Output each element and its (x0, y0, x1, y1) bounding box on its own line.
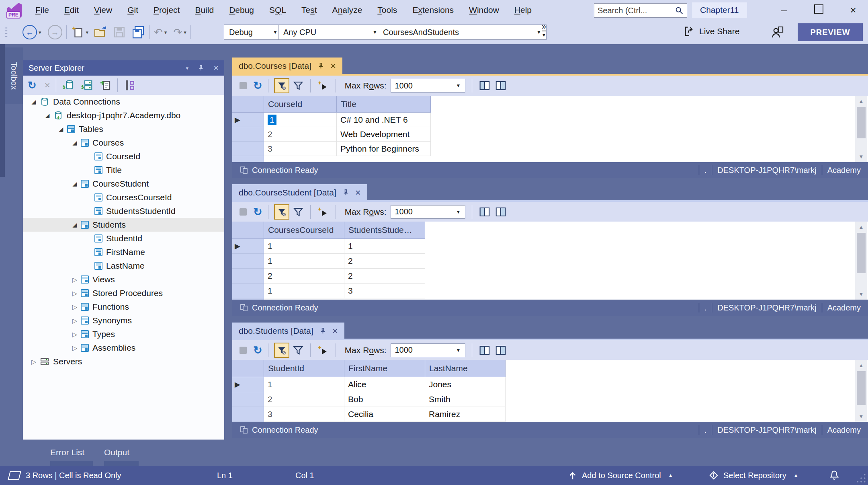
expander-collapsed-icon[interactable]: ▷ (69, 276, 81, 284)
expander-expanded-icon[interactable]: ◢ (55, 126, 67, 132)
expander-expanded-icon[interactable]: ◢ (69, 181, 81, 187)
save-icon[interactable] (113, 25, 126, 39)
menu-item-help[interactable]: Help (514, 5, 532, 15)
pin-icon[interactable] (317, 62, 325, 70)
expander-expanded-icon[interactable]: ◢ (28, 99, 40, 105)
expander-collapsed-icon[interactable]: ▷ (69, 290, 81, 297)
tree-item-courses[interactable]: ◢ Courses (23, 136, 224, 150)
menu-item-file[interactable]: File (35, 5, 49, 15)
row-header[interactable] (232, 156, 264, 162)
search-input[interactable]: Search (Ctrl... (594, 3, 687, 18)
column-header-firstname[interactable]: FirstName (344, 360, 425, 377)
menu-item-sql[interactable]: SQL (269, 5, 286, 15)
menu-item-project[interactable]: Project (154, 5, 180, 15)
row-header[interactable] (232, 269, 264, 284)
cell-title[interactable]: Web Development (337, 127, 431, 142)
remove-filter-button[interactable] (274, 204, 289, 220)
row-header[interactable]: ▶ (232, 239, 264, 254)
minimize-button[interactable]: – (778, 4, 790, 16)
expander-collapsed-icon[interactable]: ▷ (69, 317, 81, 325)
tab-dbo-students-data[interactable]: dbo.Students [Data] × (232, 323, 344, 339)
expander-collapsed-icon[interactable]: ▷ (69, 303, 81, 311)
cell-lastname[interactable]: Jones (425, 377, 506, 392)
configuration-combobox[interactable]: Debug ▼ (224, 25, 283, 40)
hierarchy-view-icon[interactable] (123, 79, 136, 92)
toolbar-overflow-button[interactable]: » ▼ (542, 23, 546, 39)
redo-dropdown-icon[interactable]: ▾ (184, 29, 186, 35)
column-header-title[interactable]: Title (337, 96, 431, 113)
maximize-button[interactable] (813, 4, 825, 16)
row-header[interactable]: ▶ (232, 113, 264, 127)
cell-courseid[interactable]: 2 (264, 127, 337, 142)
pin-icon[interactable] (319, 327, 327, 335)
live-share-button[interactable]: Live Share (683, 25, 739, 37)
row-header[interactable] (232, 254, 264, 269)
vertical-scrollbar[interactable]: ▲ ▼ (855, 222, 867, 300)
script-icon[interactable] (317, 206, 329, 218)
max-rows-combobox[interactable]: 1000 ▼ (391, 343, 465, 357)
row-header-corner[interactable] (232, 360, 264, 377)
scroll-down-icon[interactable]: ▼ (855, 291, 867, 297)
row-header-corner[interactable] (232, 222, 264, 239)
expander-collapsed-icon[interactable]: ▷ (69, 331, 81, 338)
scroll-up-icon[interactable]: ▲ (855, 224, 867, 230)
platform-combobox[interactable]: Any CPU ▼ (278, 25, 383, 40)
cell-lastname[interactable]: Ramirez (425, 407, 506, 422)
close-tab-icon[interactable]: × (355, 189, 361, 197)
scroll-up-icon[interactable]: ▲ (855, 362, 867, 368)
cell-studentid[interactable]: 3 (264, 407, 344, 422)
back-dropdown-icon[interactable]: ▾ (39, 29, 41, 35)
cell-firstname[interactable]: Cecilia (344, 407, 425, 422)
menu-item-extensions[interactable]: Extensions (412, 5, 454, 15)
cell-title[interactable]: C# 10 and .NET 6 (337, 113, 431, 127)
vertical-scrollbar[interactable]: ▲ ▼ (855, 360, 867, 422)
tree-item-views[interactable]: ▷ Views (23, 273, 224, 286)
tree-item-lastname[interactable]: LastName (23, 259, 224, 273)
tree-item-database-connection[interactable]: ◢ desktop-j1pqhr7.Academy.dbo (23, 109, 224, 122)
row-header[interactable] (232, 284, 264, 298)
column-header-lastname[interactable]: LastName (425, 360, 506, 377)
close-panel-icon[interactable]: × (213, 63, 219, 73)
tree-item-courseid[interactable]: CourseId (23, 150, 224, 163)
row-header[interactable] (232, 127, 264, 142)
navigate-back-button[interactable]: ← (23, 25, 37, 39)
tree-item-stored-procedures[interactable]: ▷ Stored Procedures (23, 286, 224, 300)
show-script-pane-icon[interactable] (479, 344, 491, 356)
pin-icon[interactable] (197, 64, 205, 72)
scroll-up-icon[interactable]: ▲ (855, 98, 867, 104)
show-script-pane-icon[interactable] (479, 80, 491, 92)
row-header[interactable]: ▶ (232, 377, 264, 392)
menu-item-debug[interactable]: Debug (229, 5, 254, 15)
close-tab-icon[interactable]: × (330, 62, 336, 70)
cell-coursescourseid[interactable]: 1 (264, 239, 344, 254)
tab-dbo-coursestudent-data[interactable]: dbo.CourseStudent [Data] × (232, 184, 367, 201)
resize-grip[interactable] (856, 473, 866, 483)
tree-item-coursescourseid[interactable]: CoursesCourseId (23, 191, 224, 204)
show-grid-pane-icon[interactable] (495, 344, 507, 356)
expander-expanded-icon[interactable]: ◢ (69, 222, 81, 228)
tree-item-servers[interactable]: ▷ Servers (23, 355, 224, 368)
script-icon[interactable] (317, 344, 329, 356)
add-item-icon[interactable] (99, 79, 112, 92)
tab-output[interactable]: Output (104, 448, 129, 457)
column-header-coursescourseid[interactable]: CoursesCourseId (264, 222, 344, 239)
menu-item-analyze[interactable]: Analyze (332, 5, 362, 15)
cell-coursescourseid[interactable]: 2 (264, 269, 344, 284)
expander-collapsed-icon[interactable]: ▷ (28, 358, 40, 366)
tree-item-coursestudent[interactable]: ◢ CourseStudent (23, 177, 224, 191)
cell-firstname[interactable]: Bob (344, 392, 425, 407)
stop-query-icon[interactable] (240, 347, 247, 354)
scrollbar-thumb[interactable] (857, 371, 866, 405)
menu-item-test[interactable]: Test (301, 5, 317, 15)
menu-item-window[interactable]: Window (469, 5, 499, 15)
toolbox-tab[interactable]: Toolbox (5, 47, 23, 104)
menu-item-edit[interactable]: Edit (64, 5, 79, 15)
filter-icon[interactable] (293, 345, 304, 356)
tree-item-studentsstudentid[interactable]: StudentsStudentId (23, 204, 224, 218)
toolbar-grip[interactable] (5, 27, 8, 39)
cell-title[interactable]: Python for Beginners (337, 142, 431, 156)
scrollbar-thumb[interactable] (857, 233, 866, 273)
scroll-down-icon[interactable]: ▼ (855, 154, 867, 160)
cell-studentid[interactable]: 2 (264, 392, 344, 407)
open-folder-icon[interactable] (93, 25, 108, 39)
